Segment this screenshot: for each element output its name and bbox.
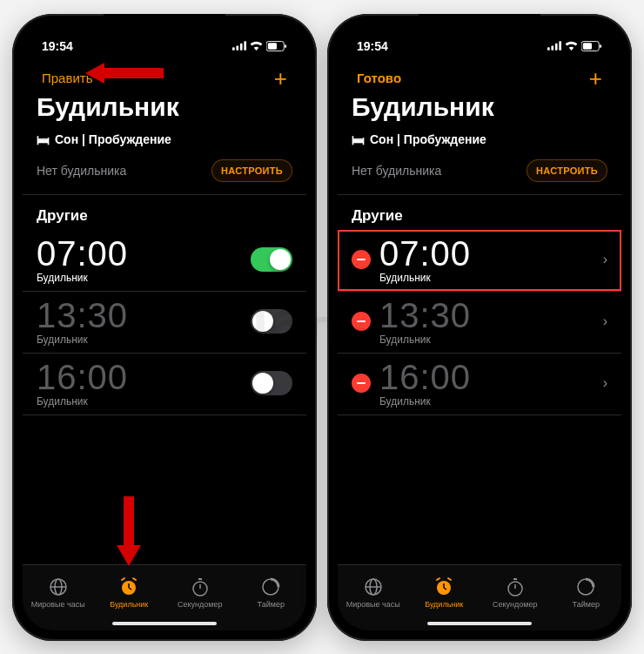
tab-label: Таймер [258, 600, 285, 609]
svg-rect-26 [583, 43, 592, 49]
sleep-row: Нет будильника НАСТРОИТЬ [23, 152, 306, 195]
home-indicator[interactable] [427, 622, 532, 625]
others-label: Другие [338, 195, 621, 230]
status-icons [547, 41, 602, 51]
sleep-section-header: 🛏 Сон | Пробуждение [338, 129, 621, 152]
setup-sleep-button[interactable]: НАСТРОИТЬ [211, 159, 292, 182]
tab-world-clock[interactable]: Мировые часы [338, 565, 409, 620]
tab-label: Таймер [573, 600, 600, 609]
svg-line-14 [133, 578, 136, 580]
phone-right: 19:54 Готово + Будильник 🛏 Сон | Пробужд… [327, 14, 632, 641]
alarm-label: Будильник [379, 395, 594, 408]
sleep-row: Нет будильника НАСТРОИТЬ [338, 152, 621, 195]
sleep-section-header: 🛏 Сон | Пробуждение [23, 129, 306, 152]
delete-alarm-button[interactable] [352, 312, 371, 331]
svg-rect-23 [555, 44, 558, 51]
svg-rect-38 [513, 578, 517, 580]
svg-line-34 [437, 578, 439, 580]
svg-rect-24 [559, 41, 561, 51]
chevron-right-icon: › [603, 252, 607, 267]
tab-label: Секундомер [493, 600, 537, 609]
alarm-label: Будильник [37, 334, 242, 346]
tab-timer[interactable]: Таймер [551, 565, 622, 620]
alarm-time: 13:30 [37, 297, 242, 334]
chevron-right-icon: › [603, 375, 607, 391]
svg-rect-6 [285, 44, 286, 48]
alarm-time: 07:00 [37, 235, 242, 272]
delete-alarm-button[interactable] [352, 374, 371, 393]
svg-marker-19 [85, 63, 164, 84]
no-alarm-label: Нет будильника [352, 164, 441, 178]
svg-rect-27 [600, 44, 601, 48]
tab-stopwatch[interactable]: Секундомер [480, 565, 551, 620]
alarm-label: Будильник [379, 272, 594, 284]
wifi-icon [250, 41, 263, 51]
svg-line-35 [448, 578, 451, 580]
alarm-list: 07:00 Будильник 13:30 Будильник 16:00 [23, 230, 306, 564]
svg-rect-22 [551, 46, 553, 51]
alarm-row[interactable]: 16:00 Будильник [23, 354, 306, 415]
annotation-arrow-edit [85, 56, 164, 91]
page-title: Будильник [338, 91, 621, 129]
delete-alarm-button[interactable] [352, 250, 371, 269]
tab-alarm[interactable]: Будильник [409, 565, 480, 620]
wifi-icon [565, 41, 578, 51]
alarm-label: Будильник [37, 395, 242, 408]
setup-sleep-button[interactable]: НАСТРОИТЬ [527, 159, 607, 182]
globe-icon [363, 576, 384, 597]
notch [104, 14, 225, 35]
timer-icon [260, 576, 281, 597]
alarm-toggle[interactable] [251, 309, 292, 334]
tab-label: Будильник [425, 600, 463, 609]
phone-left: 19:54 Править + Будильник 🛏 Сон | Пробуж… [12, 14, 317, 641]
svg-rect-1 [236, 46, 238, 51]
globe-icon [48, 576, 69, 597]
comparison-stage: Яблык 19:54 Править + Будильник 🛏 Сон | … [9, 14, 635, 641]
notch [419, 14, 540, 35]
tab-label: Секундомер [178, 600, 222, 609]
alarm-time: 16:00 [379, 359, 594, 395]
tab-timer[interactable]: Таймер [236, 565, 307, 620]
screen-left: 19:54 Править + Будильник 🛏 Сон | Пробуж… [23, 24, 306, 630]
screen-right: 19:54 Готово + Будильник 🛏 Сон | Пробужд… [338, 24, 621, 630]
status-icons [232, 41, 287, 51]
svg-rect-5 [268, 43, 277, 49]
bed-icon: 🛏 [352, 132, 365, 147]
svg-marker-20 [117, 496, 141, 566]
alarm-clock-icon [118, 576, 139, 597]
svg-rect-21 [547, 47, 550, 51]
nav-bar: Править + [23, 59, 306, 91]
sleep-section-label: Сон | Пробуждение [55, 132, 171, 146]
alarm-clock-icon [433, 576, 454, 597]
tab-bar: Мировые часы Будильник Секундомер Таймер [338, 564, 621, 630]
chevron-right-icon: › [603, 314, 607, 329]
alarm-toggle[interactable] [251, 371, 292, 395]
alarm-row[interactable]: 13:30 Будильник [23, 292, 306, 354]
others-label: Другие [23, 195, 306, 230]
tab-label: Будильник [110, 600, 148, 609]
timer-icon [575, 576, 596, 597]
svg-line-13 [122, 578, 124, 580]
alarm-label: Будильник [379, 334, 594, 346]
alarm-row[interactable]: 07:00 Будильник [23, 230, 306, 292]
alarm-row-edit[interactable]: 13:30 Будильник › [338, 292, 621, 354]
nav-bar: Готово + [338, 59, 621, 91]
stopwatch-icon [190, 576, 211, 597]
tab-stopwatch[interactable]: Секундомер [164, 565, 236, 620]
alarm-row-edit[interactable]: 07:00 Будильник › [338, 230, 621, 292]
alarm-toggle[interactable] [251, 247, 292, 272]
done-button[interactable]: Готово [352, 70, 406, 86]
add-alarm-button[interactable]: + [269, 66, 292, 91]
svg-rect-2 [240, 44, 243, 51]
alarm-time: 07:00 [379, 235, 594, 272]
svg-rect-0 [232, 47, 235, 51]
alarm-label: Будильник [37, 272, 242, 284]
svg-rect-17 [198, 578, 202, 580]
tab-world-clock[interactable]: Мировые часы [23, 565, 94, 620]
no-alarm-label: Нет будильника [37, 164, 126, 178]
home-indicator[interactable] [112, 622, 217, 625]
alarm-row-edit[interactable]: 16:00 Будильник › [338, 354, 621, 415]
tab-alarm[interactable]: Будильник [94, 565, 165, 620]
sleep-section-label: Сон | Пробуждение [370, 132, 486, 146]
add-alarm-button[interactable]: + [584, 66, 607, 91]
